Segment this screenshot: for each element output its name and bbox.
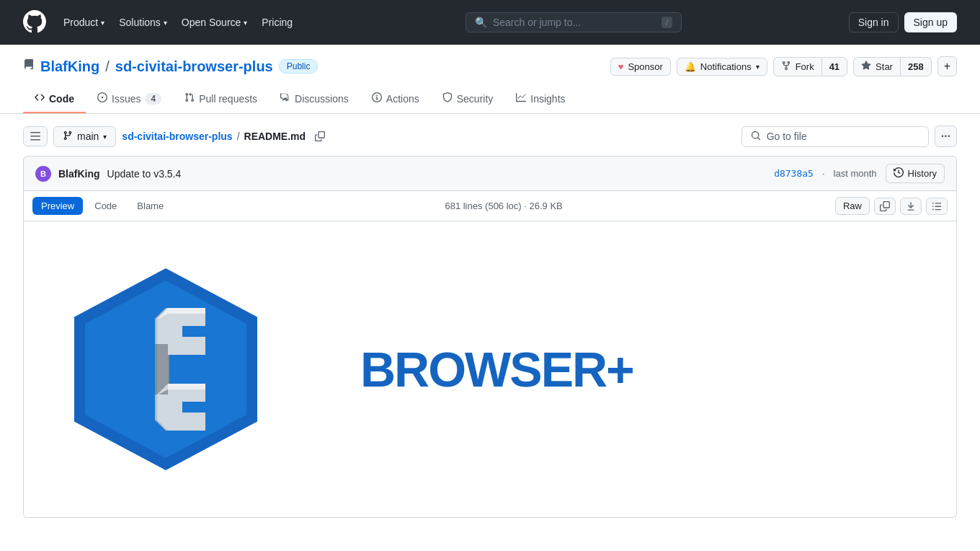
tab-pull-requests[interactable]: Pull requests [173,85,269,113]
raw-button[interactable]: Raw [835,197,870,215]
sign-in-button[interactable]: Sign in [849,12,899,32]
fork-icon [781,61,791,73]
search-box[interactable]: 🔍 Search or jump to... / [466,12,682,32]
discussions-icon [280,92,290,105]
sidebar-toggle-button[interactable] [23,126,48,146]
file-meta: 681 lines (506 loc) · 26.9 KB [445,200,562,211]
chevron-down-icon: ▾ [164,19,167,27]
branch-name: main [77,131,99,142]
more-options-button[interactable]: ··· [935,125,957,147]
file-viewer-tabs: Preview Code Blame [32,197,172,215]
search-shortcut-badge: / [662,17,672,28]
nav-item-product[interactable]: Product ▾ [58,12,110,32]
bell-icon: 🔔 [685,61,696,72]
tab-blame-button[interactable]: Blame [128,197,172,215]
fork-count-button[interactable]: 41 [821,57,847,76]
commit-dot: · [822,168,825,179]
search-icon: 🔍 [475,17,487,28]
issues-count-badge: 4 [145,93,161,105]
main-content: main ▾ sd-civitai-browser-plus / README.… [0,114,980,529]
history-icon [894,167,904,180]
search-placeholder: Search or jump to... [493,17,656,28]
search-icon [751,131,761,143]
repo-owner-link[interactable]: BlafKing [40,58,99,75]
history-button[interactable]: History [886,164,945,183]
tab-preview-button[interactable]: Preview [32,197,83,215]
add-button[interactable]: + [937,56,957,76]
go-to-file-search[interactable]: Go to file [741,126,929,147]
branch-selector[interactable]: main ▾ [53,126,116,147]
sign-up-button[interactable]: Sign up [904,12,957,32]
browser-plus-text: BROWSER+ [360,341,633,397]
chevron-down-icon: ▾ [101,19,104,27]
header-nav: Product ▾ Solutions ▾ Open Source ▾ Pric… [58,12,298,32]
repo-separator: / [105,58,110,75]
tab-code[interactable]: Code [23,85,86,113]
repo-title-row: BlafKing / sd-civitai-browser-plus Publi… [23,56,957,76]
outline-button[interactable] [926,198,948,215]
logo-image-area [58,265,274,474]
issues-icon [97,92,107,105]
repo-name-link[interactable]: sd-civitai-browser-plus [115,58,273,75]
breadcrumb-repo-link[interactable]: sd-civitai-browser-plus [122,131,232,142]
header-search: 🔍 Search or jump to... / [310,12,837,32]
github-logo[interactable] [23,10,46,35]
commit-time: last month [834,168,877,179]
tab-code-button[interactable]: Code [86,197,125,215]
commit-author[interactable]: BlafKing [58,168,100,180]
star-icon [861,61,871,73]
breadcrumb-current-file: README.md [244,131,306,142]
commit-info-right: d8738a5 · last month History [774,164,945,183]
avatar[interactable]: B [35,166,51,182]
download-button[interactable] [900,198,922,215]
go-to-file-placeholder: Go to file [767,131,807,142]
repo-header: BlafKing / sd-civitai-browser-plus Publi… [0,45,980,114]
star-count-button[interactable]: 258 [900,57,932,76]
repo-nav-tabs: Code Issues 4 Pull requests Discussions [23,85,957,113]
site-header: Product ▾ Solutions ▾ Open Source ▾ Pric… [0,0,980,45]
copy-content-button[interactable] [874,198,896,215]
chevron-down-icon: ▾ [756,63,760,71]
pull-request-icon [184,92,195,105]
heart-icon: ♥ [618,61,624,72]
branch-icon [63,131,73,143]
star-button-group: Star 258 [853,57,932,76]
commit-hash[interactable]: d8738a5 [774,168,814,179]
fork-button-group: Fork 41 [773,57,847,76]
repo-icon [23,59,35,74]
tab-insights[interactable]: Insights [504,85,576,113]
tab-actions[interactable]: Actions [360,85,431,113]
repo-title: BlafKing / sd-civitai-browser-plus Publi… [23,58,318,75]
repo-actions: ♥ Sponsor 🔔 Notifications ▾ Fork 41 [610,56,957,76]
nav-item-solutions[interactable]: Solutions ▾ [113,12,173,32]
commit-info-left: B BlafKing Update to v3.5.4 [35,166,181,182]
commit-message: Update to v3.5.4 [107,168,182,180]
tab-security[interactable]: Security [431,85,505,113]
readme-logo-section: BROWSER+ [58,265,922,474]
security-icon [442,92,453,105]
commit-row: B BlafKing Update to v3.5.4 d8738a5 · la… [23,156,957,191]
star-button[interactable]: Star [853,57,900,76]
repo-visibility-badge: Public [279,59,318,74]
tab-issues[interactable]: Issues 4 [86,85,173,113]
chevron-down-icon: ▾ [244,19,247,27]
copy-path-button[interactable] [310,128,330,144]
sponsor-button[interactable]: ♥ Sponsor [610,58,671,76]
file-viewer: Preview Code Blame 681 lines (506 loc) ·… [23,191,957,518]
file-action-buttons: Raw [835,197,948,215]
actions-icon [372,92,382,105]
file-toolbar: main ▾ sd-civitai-browser-plus / README.… [23,125,957,147]
fork-button[interactable]: Fork [773,57,821,76]
code-icon [35,92,45,105]
notifications-button[interactable]: 🔔 Notifications ▾ [677,58,767,76]
header-actions: Sign in Sign up [849,12,957,32]
tab-discussions[interactable]: Discussions [269,85,360,113]
readme-content: BROWSER+ [24,221,956,517]
breadcrumb-separator: / [237,131,240,142]
nav-item-pricing[interactable]: Pricing [256,12,298,32]
nav-item-opensource[interactable]: Open Source ▾ [176,12,254,32]
breadcrumb: sd-civitai-browser-plus / README.md [122,128,735,144]
branch-chevron-icon: ▾ [103,133,107,141]
file-viewer-header: Preview Code Blame 681 lines (506 loc) ·… [24,191,956,221]
insights-icon [516,92,526,105]
